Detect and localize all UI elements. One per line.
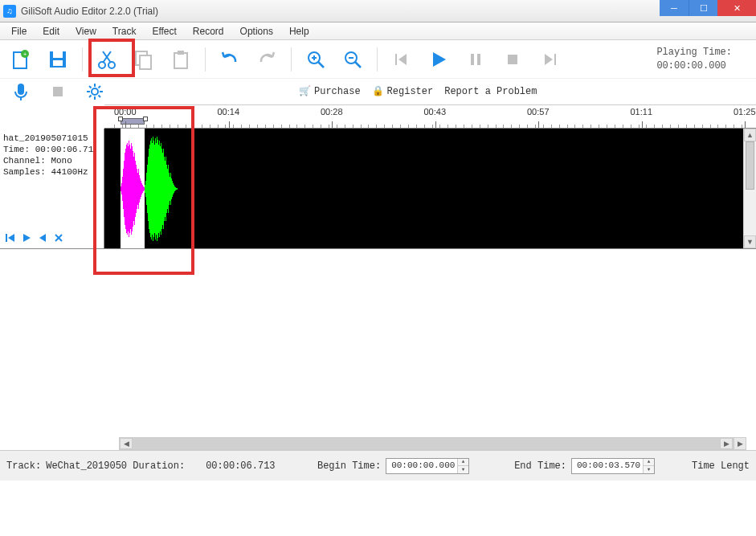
svg-marker-22 [398, 54, 407, 65]
end-time-value[interactable]: 00:00:03.570 [572, 459, 643, 473]
skip-forward-button[interactable] [537, 47, 562, 72]
status-end-label: End Time: [514, 460, 566, 472]
svg-rect-61 [132, 146, 133, 231]
svg-rect-103 [166, 157, 166, 221]
svg-rect-49 [122, 177, 123, 201]
purchase-link[interactable]: 🛒Purchase [299, 85, 361, 97]
begin-time-input[interactable]: 00:00:00.000 ▲▼ [386, 458, 469, 474]
settings-button[interactable] [82, 79, 108, 104]
svg-text:+: + [23, 51, 27, 58]
status-duration-label: Duration: [133, 460, 185, 472]
svg-rect-66 [136, 165, 137, 213]
pause-button[interactable] [463, 47, 488, 72]
time-label: 00:43 [424, 107, 447, 117]
scroll-up-arrow[interactable]: ▲ [744, 129, 756, 141]
end-spin-up[interactable]: ▲ [644, 459, 654, 467]
svg-line-38 [99, 95, 101, 97]
register-link[interactable]: 🔒Register [372, 85, 434, 97]
time-label: 01:25 [734, 107, 756, 117]
svg-rect-47 [121, 186, 121, 191]
track-skip-back-button[interactable] [3, 231, 18, 245]
svg-rect-98 [161, 149, 162, 229]
copy-button[interactable] [131, 47, 157, 72]
zoom-in-button[interactable] [303, 47, 329, 72]
save-button[interactable] [45, 47, 71, 72]
svg-rect-73 [141, 183, 142, 194]
svg-rect-104 [166, 165, 167, 213]
end-time-input[interactable]: 00:00:03.570 ▲▼ [571, 458, 655, 474]
menu-file[interactable]: File [3, 24, 35, 39]
status-track-label: Track: [6, 460, 41, 472]
record-button[interactable] [8, 79, 34, 104]
track-prev-button[interactable] [35, 231, 50, 245]
begin-spin-up[interactable]: ▲ [458, 459, 468, 467]
menu-help[interactable]: Help [281, 24, 317, 39]
stop-button[interactable] [500, 47, 525, 72]
svg-rect-72 [141, 181, 141, 197]
separator [205, 47, 206, 72]
menu-options[interactable]: Options [232, 24, 281, 39]
svg-rect-87 [153, 137, 153, 241]
menu-track[interactable]: Track [104, 24, 145, 39]
report-problem-link[interactable]: Report a Problem [444, 86, 537, 97]
waveform-area[interactable]: L [104, 129, 743, 248]
hscroll-thumb[interactable] [133, 438, 720, 449]
svg-rect-107 [169, 173, 170, 205]
maximize-button[interactable]: ☐ [689, 0, 717, 16]
stop-record-button[interactable] [45, 79, 71, 104]
begin-time-value[interactable]: 00:00:00.000 [386, 459, 457, 473]
scroll-left-arrow[interactable]: ◀ [120, 438, 133, 449]
close-button[interactable]: ✕ [717, 0, 756, 16]
zoom-out-button[interactable] [340, 47, 366, 72]
paste-button[interactable] [168, 47, 194, 72]
app-icon: ♫ [3, 5, 16, 18]
menu-record[interactable]: Record [185, 24, 232, 39]
play-button[interactable] [426, 47, 452, 72]
selection-range-marker[interactable] [121, 118, 145, 125]
track-play-button[interactable] [19, 231, 34, 245]
end-spin-down[interactable]: ▼ [644, 466, 654, 473]
timeline-ruler[interactable]: 00:0000:1400:2800:4300:5701:1101:25 [104, 104, 756, 129]
track-name: hat_201905071015 [3, 133, 100, 143]
track-close-button[interactable] [51, 231, 66, 245]
horizontal-scrollbar[interactable]: ◀ ▶ [119, 437, 734, 450]
skip-back-button[interactable] [389, 47, 415, 72]
track-channel: Channel: Mono [3, 156, 100, 166]
redo-button[interactable] [254, 47, 280, 72]
begin-spin-down[interactable]: ▼ [458, 466, 468, 473]
menu-effect[interactable]: Effect [144, 24, 184, 39]
scroll-right-arrow[interactable]: ▶ [720, 438, 733, 449]
svg-rect-96 [160, 146, 161, 231]
separator [82, 47, 83, 72]
new-file-button[interactable]: + [8, 47, 34, 72]
svg-rect-56 [128, 146, 129, 231]
selection-handle-left[interactable] [118, 117, 123, 121]
separator [377, 47, 378, 72]
svg-rect-81 [148, 157, 149, 221]
svg-rect-54 [126, 145, 127, 233]
minimize-button[interactable]: ─ [660, 0, 689, 16]
svg-point-7 [108, 62, 115, 68]
menu-view[interactable]: View [67, 24, 104, 39]
scroll-thumb[interactable] [746, 141, 754, 190]
svg-rect-94 [158, 145, 159, 233]
undo-button[interactable] [217, 47, 243, 72]
svg-rect-55 [127, 143, 128, 235]
window-title: GiliSoft Audio Editor 2.2.0 (Trial) [21, 6, 158, 17]
menu-edit[interactable]: Edit [35, 24, 67, 39]
svg-point-6 [99, 62, 105, 68]
svg-rect-69 [138, 169, 139, 209]
svg-rect-79 [146, 173, 147, 205]
toolbar-main: + Playing Time: 00:00:00.000 [0, 40, 756, 79]
svg-rect-115 [175, 187, 176, 190]
svg-rect-25 [477, 54, 480, 65]
scroll-right-end[interactable]: ▶ [734, 437, 746, 450]
scroll-down-arrow[interactable]: ▼ [744, 235, 756, 248]
svg-rect-91 [156, 143, 157, 235]
svg-marker-27 [545, 54, 553, 65]
svg-rect-57 [129, 141, 129, 237]
cut-button[interactable] [94, 47, 120, 72]
selection-handle-right[interactable] [143, 117, 148, 121]
vertical-scrollbar[interactable]: ▲ ▼ [743, 129, 756, 248]
svg-rect-100 [163, 149, 164, 229]
